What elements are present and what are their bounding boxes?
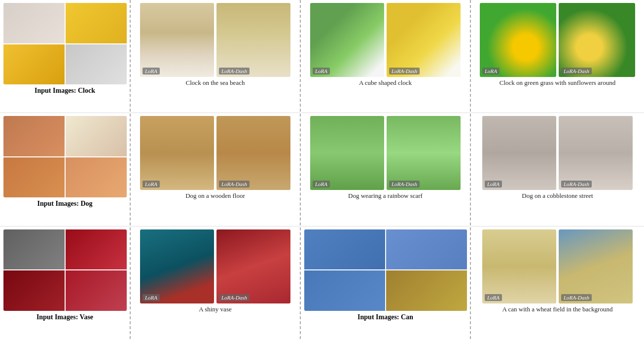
clock-input-img-br [66, 44, 127, 85]
dog-cob-dash-img: LoRA-Dash [559, 116, 633, 190]
dog-rain-dash-img: LoRA-Dash [387, 116, 461, 190]
dog-input-img-bl [3, 157, 65, 198]
vase-input-img-tr [66, 229, 127, 270]
dog-floor-dash-badge: LoRA-Dash [219, 181, 250, 188]
clock-beach-cell: LoRA LoRA-Dash Clock on the sea beach [131, 0, 300, 113]
clock-cube-lora-badge: LoRA [313, 68, 330, 75]
vase-input-label: Input Images: Vase [36, 313, 93, 321]
dog-rain-dash-badge: LoRA-Dash [389, 181, 420, 188]
dog-input-label: Input Images: Dog [37, 200, 92, 208]
clock-sun-pair: LoRA LoRA-Dash [473, 3, 642, 77]
dog-floor-dash-img: LoRA-Dash [216, 116, 290, 190]
dog-cob-pair: LoRA LoRA-Dash [473, 116, 642, 190]
vase-input-img-br [66, 270, 127, 311]
clock-input-cell: Input Images: Clock [0, 0, 130, 113]
can-input-cell: Input Images: Can [301, 226, 470, 339]
vase-input-img-bl [3, 270, 65, 311]
vase-shiny-lora-badge: LoRA [143, 294, 160, 301]
dog-rain-cell: LoRA LoRA-Dash Dog wearing a rainbow sca… [301, 113, 470, 226]
clock-cube-dash-img: LoRA-Dash [387, 3, 461, 77]
vase-shiny-caption: A shiny vase [197, 305, 233, 314]
vase-shiny-dash-badge: LoRA-Dash [219, 294, 250, 301]
can-wheat-dash-badge: LoRA-Dash [561, 294, 592, 301]
dog-rain-lora-badge: LoRA [313, 181, 330, 188]
dog-input-cell: Input Images: Dog [0, 113, 130, 226]
vase-input-img-tl [3, 229, 65, 270]
can-wheat-lora-badge: LoRA [485, 294, 502, 301]
clock-input-img-tl [3, 3, 65, 43]
can-input-img-tl [304, 229, 385, 270]
clock-input-img-tr [66, 3, 127, 43]
dog-floor-lora-badge: LoRA [143, 181, 160, 188]
dog-rain-caption: Dog wearing a rainbow scarf [346, 192, 425, 200]
clock-input-img-bl [3, 44, 65, 85]
clock-beach-dash-badge: LoRA-Dash [219, 68, 250, 75]
can-input-img-bl [304, 270, 385, 311]
can-input-grid [304, 229, 467, 311]
col2: LoRA LoRA-Dash Clock on the sea beach Lo… [131, 0, 301, 339]
col-input: Input Images: Clock Input Images: Dog In… [0, 0, 131, 339]
clock-beach-pair: LoRA LoRA-Dash [133, 3, 297, 77]
clock-cube-caption: A cube shaped clock [357, 79, 414, 87]
clock-sun-dash-badge: LoRA-Dash [561, 68, 592, 75]
can-wheat-lora-img: LoRA [482, 229, 556, 303]
col4: LoRA LoRA-Dash Clock on green grass with… [471, 0, 644, 339]
col3: LoRA LoRA-Dash A cube shaped clock LoRA … [301, 0, 471, 339]
dog-rain-lora-img: LoRA [310, 116, 384, 190]
can-input-img-br [386, 270, 467, 311]
vase-input-cell: Input Images: Vase [0, 226, 130, 339]
can-wheat-caption: A can with a wheat field in the backgrou… [501, 305, 615, 314]
clock-cube-dash-badge: LoRA-Dash [389, 68, 420, 75]
clock-input-grid [3, 3, 127, 84]
can-input-img-tr [386, 229, 467, 270]
main-layout: Input Images: Clock Input Images: Dog In… [0, 0, 644, 339]
dog-input-img-br [66, 157, 127, 198]
clock-beach-caption: Clock on the sea beach [184, 79, 247, 87]
clock-input-label: Input Images: Clock [35, 87, 95, 95]
dog-cob-dash-badge: LoRA-Dash [561, 181, 592, 188]
dog-cob-caption: Dog on a cobblestone street [520, 192, 595, 200]
vase-shiny-cell: LoRA LoRA-Dash A shiny vase [131, 226, 300, 339]
can-wheat-dash-img: LoRA-Dash [559, 229, 633, 303]
clock-beach-lora-img: LoRA [140, 3, 214, 77]
clock-sun-caption: Clock on green grass with sunflowers aro… [498, 79, 617, 87]
clock-cube-lora-img: LoRA [310, 3, 384, 77]
dog-floor-cell: LoRA LoRA-Dash Dog on a wooden floor [131, 113, 300, 226]
clock-sun-lora-badge: LoRA [482, 68, 500, 75]
clock-beach-lora-badge: LoRA [143, 68, 160, 75]
vase-input-grid [3, 229, 127, 311]
dog-input-img-tr [66, 116, 127, 156]
clock-cube-cell: LoRA LoRA-Dash A cube shaped clock [301, 0, 470, 113]
dog-rain-pair: LoRA LoRA-Dash [303, 116, 467, 190]
dog-floor-pair: LoRA LoRA-Dash [133, 116, 297, 190]
dog-cob-lora-badge: LoRA [485, 181, 502, 188]
clock-cube-pair: LoRA LoRA-Dash [303, 3, 467, 77]
clock-beach-dash-img: LoRA-Dash [216, 3, 290, 77]
can-wheat-cell: LoRA LoRA-Dash A can with a wheat field … [471, 226, 644, 339]
vase-shiny-lora-img: LoRA [140, 229, 214, 303]
clock-sun-lora-img: LoRA [480, 3, 556, 77]
dog-cob-lora-img: LoRA [482, 116, 556, 190]
dog-cob-cell: LoRA LoRA-Dash Dog on a cobblestone stre… [471, 113, 644, 226]
dog-input-img-tl [3, 116, 65, 156]
dog-floor-caption: Dog on a wooden floor [183, 192, 247, 200]
dog-floor-lora-img: LoRA [140, 116, 214, 190]
can-wheat-pair: LoRA LoRA-Dash [473, 229, 642, 303]
vase-shiny-dash-img: LoRA-Dash [216, 229, 290, 303]
dog-input-grid [3, 116, 127, 197]
clock-sun-cell: LoRA LoRA-Dash Clock on green grass with… [471, 0, 644, 113]
can-input-label: Input Images: Can [358, 313, 413, 321]
vase-shiny-pair: LoRA LoRA-Dash [133, 229, 297, 303]
clock-sun-dash-img: LoRA-Dash [559, 3, 635, 77]
